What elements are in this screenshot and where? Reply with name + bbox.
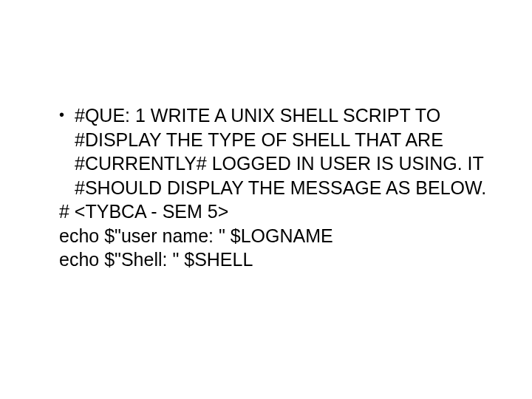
bullet-text: #QUE: 1 WRITE A UNIX SHELL SCRIPT TO #DI… bbox=[75, 103, 495, 200]
code-line-1: # <TYBCA - SEM 5> bbox=[37, 200, 495, 224]
code-line-2: echo $"user name: " $LOGNAME bbox=[37, 224, 495, 248]
code-line-3: echo $"Shell: " $SHELL bbox=[37, 248, 495, 272]
bullet-marker: • bbox=[59, 103, 64, 126]
bullet-item: • #QUE: 1 WRITE A UNIX SHELL SCRIPT TO #… bbox=[37, 103, 495, 200]
